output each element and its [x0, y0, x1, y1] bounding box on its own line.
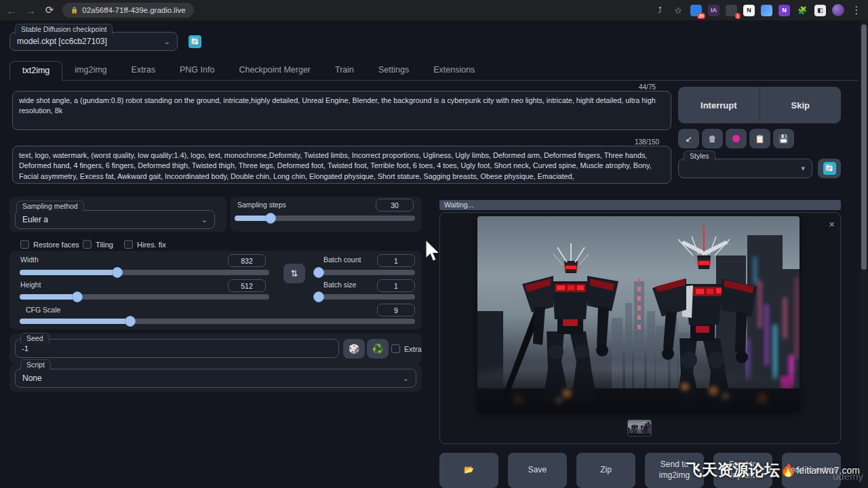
batch-count-value[interactable]: 1: [377, 254, 415, 267]
profile-avatar[interactable]: [832, 4, 844, 16]
extra-seed-checkbox[interactable]: [391, 344, 400, 353]
width-slider[interactable]: [20, 270, 269, 275]
lock-icon: 🔒: [71, 7, 78, 14]
generated-image[interactable]: [477, 216, 800, 413]
ext-screenshot-badge: 1: [735, 13, 741, 19]
screen: ← → ⟳ 🔒 02a56ff4-71ff-439e.gradio.live ⤴…: [0, 0, 868, 488]
browser-menu-icon[interactable]: ⋮: [850, 4, 863, 16]
watermark-corner: udemy: [833, 470, 863, 482]
save-button[interactable]: Save: [508, 453, 567, 488]
apply-style-button[interactable]: 📋: [749, 129, 770, 148]
script-select[interactable]: None ⌄: [15, 369, 416, 388]
cfg-scale-slider[interactable]: [20, 319, 415, 324]
reload-icon[interactable]: ⟳: [43, 4, 56, 16]
tab-checkpoint-merger[interactable]: Checkpoint Merger: [226, 61, 323, 80]
hires-fix-checkbox[interactable]: [124, 240, 133, 249]
tab-settings[interactable]: Settings: [366, 61, 421, 80]
ext-onenote-icon[interactable]: N: [778, 5, 790, 16]
checkpoint-refresh-button[interactable]: 🔄: [187, 34, 203, 49]
reuse-seed-button[interactable]: ♻️: [367, 339, 389, 359]
batch-count-slider[interactable]: [319, 270, 415, 275]
restore-faces-option[interactable]: Restore faces: [20, 240, 79, 249]
extra-networks-button[interactable]: [726, 129, 747, 148]
chevron-down-icon: ⌄: [201, 216, 208, 224]
ext-screenshot-icon[interactable]: 1: [726, 5, 737, 16]
checkpoint-label: Stable Diffusion checkpoint: [15, 24, 113, 35]
share-icon[interactable]: ⤴: [654, 5, 666, 15]
chevron-down-icon: ⌄: [403, 374, 409, 383]
interrupt-button[interactable]: Interrupt: [678, 87, 760, 123]
page-scrollbar[interactable]: [860, 20, 868, 488]
chevron-down-icon: ▾: [801, 164, 805, 173]
ext-pin-icon[interactable]: 20: [690, 5, 702, 16]
send-to-img2img-button[interactable]: Send to img2img: [645, 453, 704, 488]
tab-extensions[interactable]: Extensions: [421, 61, 487, 80]
send-to-inpaint-button[interactable]: Send to inpaint: [713, 453, 772, 488]
clear-prompt-button[interactable]: 🗑: [702, 129, 723, 148]
tab-img2img[interactable]: img2img: [62, 61, 119, 80]
forward-icon[interactable]: →: [24, 5, 37, 16]
ext-ia-icon[interactable]: IA: [708, 5, 719, 16]
progress-bar: Waiting...: [439, 200, 841, 210]
progress-text: Waiting...: [444, 201, 473, 209]
sampling-method-select[interactable]: Euler a ⌄: [15, 210, 215, 229]
extensions-puzzle-icon[interactable]: 🧩: [796, 6, 808, 15]
slider-thumb[interactable]: [313, 267, 324, 278]
ext-notion-icon[interactable]: N: [743, 5, 755, 16]
output-actions: 📂 Save Zip Send to img2img Send to inpai…: [439, 453, 841, 488]
tiling-option[interactable]: Tiling: [83, 240, 113, 249]
seed-input[interactable]: [15, 339, 339, 358]
tab-train[interactable]: Train: [323, 61, 366, 80]
url-text: 02a56ff4-71ff-439e.gradio.live: [82, 6, 185, 14]
save-style-button[interactable]: 💾: [773, 129, 794, 148]
styles-select[interactable]: ▾: [678, 159, 812, 178]
seed-label: Seed: [20, 333, 50, 344]
hires-fix-label: Hires. fix: [137, 241, 166, 249]
tab-txt2img[interactable]: txt2img: [9, 61, 62, 81]
checkpoint-select[interactable]: model.ckpt [cc6cb27103] ⌄: [9, 32, 178, 51]
slider-thumb[interactable]: [72, 291, 83, 302]
zip-button[interactable]: Zip: [576, 453, 635, 488]
swap-dimensions-button[interactable]: ⇅: [283, 264, 305, 283]
height-value[interactable]: 512: [228, 279, 266, 292]
styles-refresh-button[interactable]: 🔄: [818, 159, 841, 178]
generate-controls: Interrupt Skip: [678, 87, 841, 123]
output-gallery: ×: [439, 212, 841, 444]
tiling-checkbox[interactable]: [83, 240, 92, 249]
batch-size-value[interactable]: 1: [377, 279, 415, 292]
close-icon[interactable]: ×: [829, 218, 835, 230]
height-slider[interactable]: [20, 294, 269, 300]
cfg-scale-value[interactable]: 9: [377, 304, 415, 317]
url-bar[interactable]: 🔒 02a56ff4-71ff-439e.gradio.live: [62, 3, 194, 18]
paste-params-button[interactable]: ↙: [678, 129, 699, 148]
slider-thumb[interactable]: [313, 291, 324, 302]
back-icon[interactable]: ←: [5, 5, 18, 16]
sampling-steps-value[interactable]: 30: [376, 199, 414, 211]
ext-photos-icon[interactable]: [761, 5, 772, 16]
checkpoint-value: model.ckpt [cc6cb27103]: [17, 37, 107, 46]
width-value[interactable]: 832: [228, 254, 266, 267]
skip-button[interactable]: Skip: [760, 87, 842, 123]
batch-size-slider[interactable]: [319, 294, 415, 300]
extra-seed-option[interactable]: Extra: [391, 344, 422, 353]
random-seed-button[interactable]: 🎲: [343, 339, 365, 359]
tab-png-info[interactable]: PNG Info: [167, 61, 226, 80]
send-to-extras-button[interactable]: Send to extras: [782, 453, 841, 488]
sampling-steps-slider[interactable]: [235, 216, 415, 221]
open-folder-button[interactable]: 📂: [439, 453, 498, 488]
gallery-thumbnail[interactable]: [628, 420, 651, 436]
prompt-input[interactable]: wide shot angle, a (gundam:0.8) robot st…: [12, 91, 671, 130]
styles-label: Styles: [684, 150, 715, 161]
tab-extras[interactable]: Extras: [119, 61, 167, 80]
dice-icon: 🎲: [349, 344, 359, 354]
recycle-icon: ♻️: [372, 344, 383, 354]
negative-prompt-input[interactable]: text, logo, watermark, (worst quality, l…: [12, 146, 671, 184]
browser-chrome: ← → ⟳ 🔒 02a56ff4-71ff-439e.gradio.live ⤴…: [0, 0, 868, 20]
bookmark-star-icon[interactable]: ☆: [672, 5, 684, 16]
slider-thumb[interactable]: [112, 267, 123, 278]
hires-fix-option[interactable]: Hires. fix: [124, 240, 166, 249]
height-label: Height: [20, 281, 41, 289]
restore-faces-checkbox[interactable]: [20, 240, 29, 249]
scrollbar-thumb[interactable]: [861, 24, 867, 270]
sd-webui-page: Stable Diffusion checkpoint model.ckpt […: [0, 20, 868, 488]
